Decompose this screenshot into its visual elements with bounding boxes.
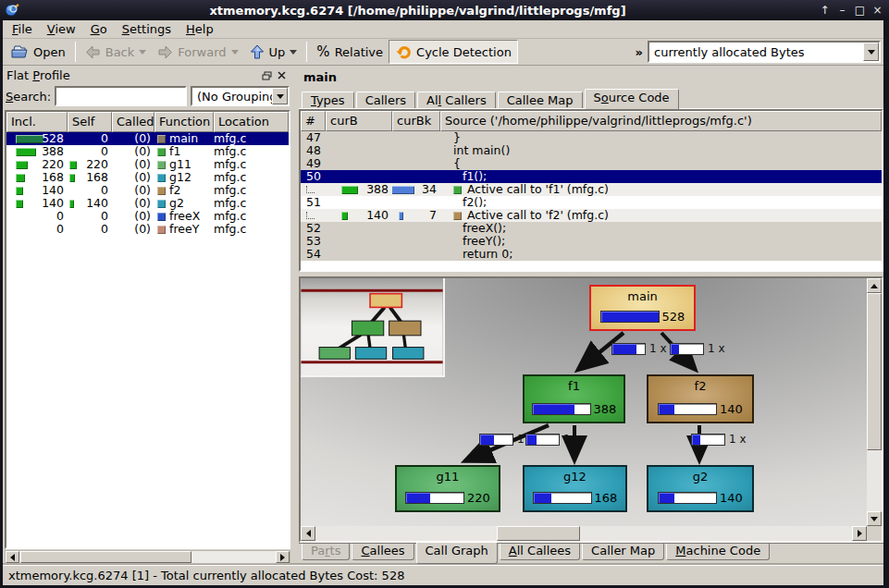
table-row-f2[interactable]: 140 0 (0) f2 mfg.c (6, 184, 289, 197)
scrollbar-corner (867, 526, 882, 541)
tab-callee-map[interactable]: Callee Map (498, 92, 583, 109)
scroll-down-button[interactable] (867, 511, 882, 526)
menu-help[interactable]: Help (179, 21, 221, 37)
combo-dropdown-button[interactable] (863, 43, 879, 61)
forward-dropdown-arrow-icon[interactable] (231, 50, 239, 58)
function-color-icon (453, 212, 462, 220)
column-header-called[interactable]: Called (112, 112, 154, 132)
menu-go[interactable]: Go (83, 21, 115, 37)
column-header-curbk[interactable]: curBk (392, 111, 440, 131)
tab-callers[interactable]: Callers (356, 92, 415, 109)
dock-float-button[interactable] (259, 69, 274, 82)
table-row-g12[interactable]: 168 168 (0) g12 mfg.c (6, 171, 289, 184)
back-dropdown-arrow-icon[interactable] (139, 50, 146, 58)
source-line[interactable]: 52 freeX(); (301, 222, 882, 235)
titlebar[interactable]: xtmemory.kcg.6274 [/home/philippe/valgri… (0, 0, 889, 20)
table-row-g11[interactable]: 220 220 (0) g11 mfg.c (6, 158, 289, 171)
source-call-row[interactable]: 140 7 Active call to 'f2' (mfg.c) (301, 209, 882, 222)
column-header-incl[interactable]: Incl. (6, 112, 68, 132)
scroll-right-button[interactable] (276, 551, 290, 563)
back-button[interactable]: Back (80, 40, 153, 64)
graph-node-main[interactable]: main 528 (589, 285, 696, 331)
scroll-right-button[interactable] (852, 526, 867, 541)
scroll-up-button[interactable] (867, 278, 882, 293)
tab-caller-map[interactable]: Caller Map (582, 543, 664, 560)
source-call-row[interactable]: 388 34 Active call to 'f1' (mfg.c) (301, 183, 882, 196)
table-row-f1[interactable]: 388 0 (0) f1 mfg.c (6, 145, 289, 158)
source-line[interactable]: 49 { (301, 157, 882, 170)
table-row-g2[interactable]: 140 140 (0) g2 mfg.c (6, 197, 289, 210)
graph-horizontal-scrollbar[interactable] (301, 526, 867, 541)
column-header-location[interactable]: Location (214, 112, 289, 132)
table-row-freeX[interactable]: 0 0 (0) freeX mfg.c (6, 210, 289, 223)
graph-overview-minimap[interactable] (301, 278, 445, 377)
scrollbar-thumb[interactable] (497, 526, 580, 541)
function-color-icon (157, 226, 166, 234)
call-graph-canvas[interactable]: main 528 f1 388 f2 140 g11 (301, 278, 867, 526)
tab-call-graph[interactable]: Call Graph (416, 543, 498, 564)
menu-settings[interactable]: Settings (115, 21, 179, 37)
graph-node-g12[interactable]: g12 168 (523, 465, 627, 512)
tab-all-callers[interactable]: All Callers (417, 92, 496, 109)
column-header-curb[interactable]: curB (326, 111, 392, 131)
up-dropdown-arrow-icon[interactable] (290, 50, 297, 58)
cycle-detection-button[interactable]: Cycle Detection (389, 40, 518, 64)
dock-horizontal-scrollbar[interactable] (5, 550, 290, 564)
combo-dropdown-button[interactable] (272, 88, 288, 104)
close-button[interactable]: × (870, 3, 885, 18)
scrollbar-thumb[interactable] (20, 551, 191, 563)
search-input[interactable] (55, 86, 187, 106)
graph-vertical-scrollbar[interactable] (867, 278, 882, 526)
relative-toggle-button[interactable]: % Relative (311, 40, 389, 64)
source-line[interactable]: 47 } (301, 131, 882, 144)
dock-titlebar[interactable]: Flat Profile (3, 66, 292, 85)
menu-file[interactable]: File (5, 21, 40, 37)
app-icon (4, 2, 20, 18)
tab-parts[interactable]: Parts (302, 543, 350, 560)
kcachegrind-window: xtmemory.kcg.6274 [/home/philippe/valgri… (0, 0, 889, 588)
graph-node-f1[interactable]: f1 388 (523, 374, 625, 423)
grouping-select[interactable]: (No Grouping) (191, 86, 290, 106)
column-header-self[interactable]: Self (68, 112, 112, 132)
tab-callees[interactable]: Callees (352, 543, 414, 560)
column-header-line[interactable]: # (301, 111, 326, 131)
panel-splitter[interactable] (292, 66, 299, 565)
source-line-selected[interactable]: 50 f1(); (301, 170, 882, 183)
table-row-freeY[interactable]: 0 0 (0) freeY mfg.c (6, 223, 289, 236)
up-arrow-icon (250, 44, 265, 59)
table-row-main[interactable]: 528 0 (0) main mfg.c (6, 132, 289, 145)
graph-node-f2[interactable]: f2 140 (647, 374, 754, 423)
source-line[interactable]: 48 int main() (301, 144, 882, 157)
search-row: Search: (No Grouping) (3, 85, 292, 110)
scroll-left-button[interactable] (6, 551, 19, 563)
tab-all-callees[interactable]: All Callees (500, 543, 580, 560)
cycle-detection-label: Cycle Detection (416, 45, 512, 59)
minimize-button[interactable]: – (834, 3, 850, 18)
scrollbar-thumb[interactable] (867, 293, 882, 450)
tab-types[interactable]: Types (302, 92, 354, 109)
main-area: Flat Profile Search: (3, 66, 883, 565)
up-button[interactable]: Up (244, 40, 303, 64)
source-line[interactable]: 53 freeY(); (301, 235, 882, 248)
menu-view[interactable]: View (40, 21, 83, 37)
open-button[interactable]: Open (6, 40, 71, 64)
column-header-function[interactable]: Function (154, 112, 214, 132)
call-marker-icon (306, 186, 315, 193)
source-code-view: # curB curBk Source ('/home/philippe/val… (299, 109, 883, 272)
scroll-left-button[interactable] (301, 526, 315, 541)
call-graph-panel: main 528 f1 388 f2 140 g11 (299, 276, 883, 543)
shade-button[interactable]: ↑ (817, 3, 833, 18)
event-type-select[interactable]: currently allocated Bytes (648, 41, 881, 63)
column-header-source[interactable]: Source ('/home/philippe/valgrind/littlep… (440, 111, 882, 131)
dock-close-button[interactable] (274, 69, 289, 82)
forward-button[interactable]: Forward (152, 40, 243, 64)
function-color-icon (157, 200, 166, 208)
tab-source-code[interactable]: Source Code (585, 89, 679, 109)
maximize-button[interactable]: □ (852, 3, 868, 18)
toolbar-overflow-chevron[interactable]: » (631, 45, 648, 59)
source-line[interactable]: 54 return 0; (301, 248, 882, 261)
graph-node-g11[interactable]: g11 220 (395, 465, 500, 512)
source-line[interactable]: 51 f2(); (301, 196, 882, 209)
graph-node-g2[interactable]: g2 140 (647, 465, 754, 512)
tab-machine-code[interactable]: Machine Code (666, 543, 770, 560)
